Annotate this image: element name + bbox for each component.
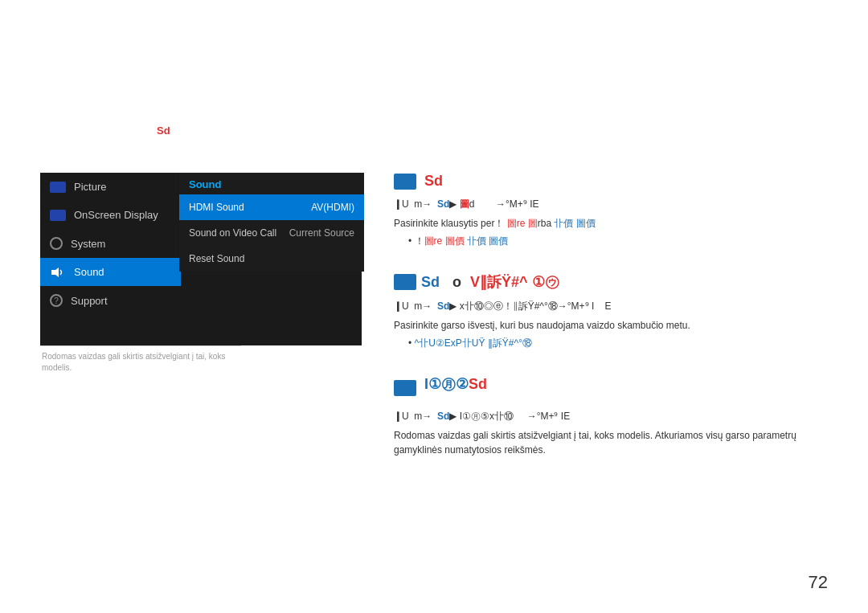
section3-title-text: I①㊊②Sd [424,374,487,394]
sidebar-item-support-label: Support [71,295,108,307]
section2-path-text: ❙U m→ Sd▶ x卝⑩◎ⓔ！‖訴Ÿ#^°⑱→°M+⁹ I E [394,300,612,313]
top-label: Sd [157,125,170,137]
section1-path: ❙U m→ Sd▶ 圖d →°M+⁹ IE [394,198,836,211]
section1-desc: Pasirinkite klausytis per！ 圖re 圖rba 卝價 圖… [394,216,836,231]
submenu-item-reset-sound[interactable]: Reset Sound [179,246,364,272]
sidebar-item-support[interactable]: ? Support [40,286,181,315]
hdmi-sound-label: HDMI Sound [189,202,244,213]
question-icon: ? [50,294,63,307]
sound-svg-icon [50,267,66,278]
section1-title-text: Sd [424,173,443,190]
display-icon [50,210,66,221]
sound-icon [50,267,66,278]
section3-path-text: ❙U m→ Sd▶ I①㊊⑤x卝⑩ →°M+⁹ IE [394,410,570,423]
gear-icon [50,237,63,250]
section1-icon [394,174,416,190]
section3-desc: Rodomas vaizdas gali skirtis atsižvelgia… [394,428,836,457]
disclaimer-text: Rodomas vaizdas gali skirtis atsižvelgia… [42,351,235,374]
section2-desc: Pasirinkite garso išvestį, kuri bus naud… [394,318,836,333]
sidebar-item-picture[interactable]: Picture [40,173,181,201]
hdmi-sound-value: AV(HDMI) [311,202,354,213]
menu-submenu: Sound HDMI Sound AV(HDMI) Sound on Video… [179,173,364,272]
sidebar-item-system-label: System [71,238,105,250]
section3-path: ❙U m→ Sd▶ I①㊊⑤x卝⑩ →°M+⁹ IE [394,410,836,423]
section2-path: ❙U m→ Sd▶ x卝⑩◎ⓔ！‖訴Ÿ#^°⑱→°M+⁹ I E [394,300,836,313]
content-area: Sd ❙U m→ Sd▶ 圖d →°M+⁹ IE Pasirinkite kla… [394,173,836,481]
section2-title-part2: o [444,274,465,291]
section2-title-row: Sd o V‖訴Ÿ#^ ①㋒ [394,272,836,292]
section3-icon [394,380,416,396]
submenu-item-hdmi-sound[interactable]: HDMI Sound AV(HDMI) [179,194,364,220]
section1-title: Sd [394,173,836,190]
reset-sound-label: Reset Sound [189,253,244,264]
picture-icon [50,182,66,193]
section2-bullet: • ^卝U②ExP卝UŸ ‖訴Ÿ#^°⑱ [394,336,836,350]
video-call-label: Sound on Video Call [189,227,276,239]
page-number: 72 [809,572,828,593]
submenu-header: Sound [179,173,364,194]
section2-icon [394,274,416,290]
sidebar-item-system[interactable]: System [40,229,181,258]
section2-title-part1: Sd [421,274,440,291]
section-hdmi-sound: Sd ❙U m→ Sd▶ 圖d →°M+⁹ IE Pasirinkite kla… [394,173,836,248]
divider [40,345,241,346]
sidebar-item-sound-label: Sound [74,266,104,278]
section1-path-text: ❙U m→ Sd▶ 圖d →°M+⁹ IE [394,198,539,211]
section-video-call: Sd o V‖訴Ÿ#^ ①㋒ ❙U m→ Sd▶ x卝⑩◎ⓔ！‖訴Ÿ#^°⑱→°… [394,272,836,350]
section2-title-part3: V‖訴Ÿ#^ ①㋒ [470,272,559,292]
menu-sidebar: Picture OnScreen Display System Sound ? … [40,173,181,315]
submenu-item-video-call[interactable]: Sound on Video Call Current Source [179,220,364,246]
sidebar-item-sound[interactable]: Sound [40,258,181,286]
svg-marker-0 [51,268,59,277]
sidebar-item-onscreen-display[interactable]: OnScreen Display [40,201,181,229]
sidebar-item-onscreen-label: OnScreen Display [74,209,158,221]
sidebar-item-picture-label: Picture [74,181,106,193]
section3-title-row: I①㊊②Sd [394,374,836,402]
section1-bullet: • ！圖re 圖價 卝價 圖價 [394,234,836,248]
video-call-value: Current Source [289,227,354,239]
section-reset-sound: I①㊊②Sd ❙U m→ Sd▶ I①㊊⑤x卝⑩ →°M+⁹ IE Rodoma… [394,374,836,457]
